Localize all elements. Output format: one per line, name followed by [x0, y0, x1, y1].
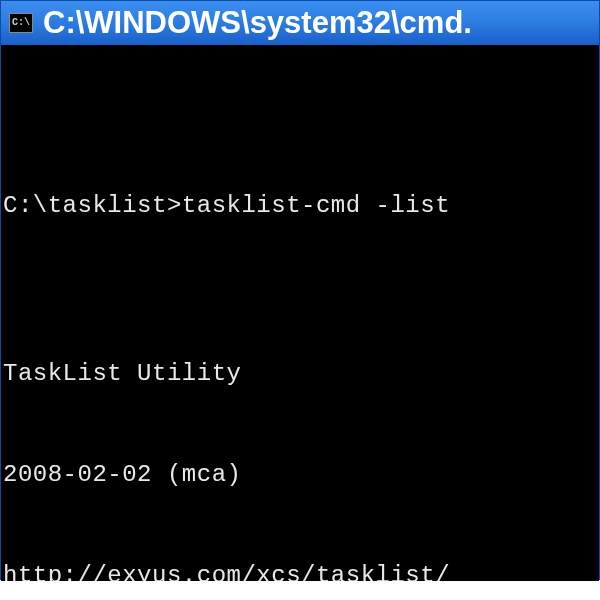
- terminal-line: http://exyus.com/xcs/tasklist/: [3, 559, 597, 581]
- cmd-icon-label: C:\: [12, 18, 30, 28]
- terminal-line: C:\tasklist>tasklist-cmd -list: [3, 189, 597, 223]
- terminal-line: 2008-02-02 (mca): [3, 458, 597, 492]
- command-prompt-window: C:\ C:\WINDOWS\system32\cmd. C:\tasklist…: [0, 0, 600, 580]
- cmd-icon: C:\: [9, 13, 33, 33]
- window-title: C:\WINDOWS\system32\cmd.: [43, 5, 472, 41]
- window-titlebar[interactable]: C:\ C:\WINDOWS\system32\cmd.: [1, 1, 599, 45]
- terminal-output[interactable]: C:\tasklist>tasklist-cmd -list TaskList …: [1, 47, 599, 581]
- terminal-line: TaskList Utility: [3, 357, 597, 391]
